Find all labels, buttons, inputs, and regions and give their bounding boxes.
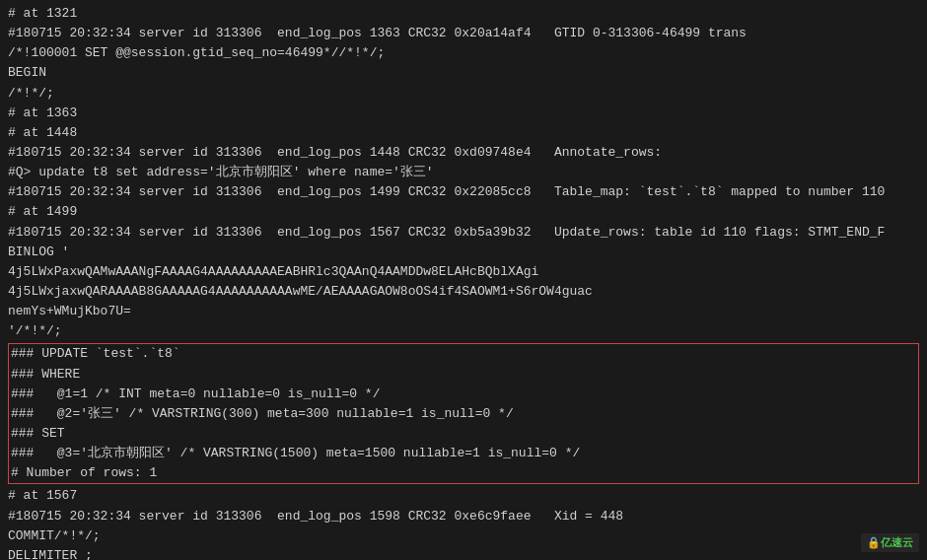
terminal-line: # at 1448 (8, 123, 919, 143)
terminal-line: nemYs+WMujKbo7U= (8, 302, 919, 321)
watermark-logo: 🔒亿速云 (867, 537, 913, 549)
highlight-line: # Number of rows: 1 (11, 463, 916, 483)
terminal-line: #180715 20:32:34 server id 313306 end_lo… (8, 24, 919, 43)
terminal-line: #Q> update t8 set address='北京市朝阳区' where… (8, 163, 919, 182)
terminal-line: # at 1567 (8, 486, 919, 506)
terminal-line: # at 1321 (8, 4, 919, 24)
terminal-window: # at 1321#180715 20:32:34 server id 3133… (0, 0, 927, 560)
highlight-block: ### UPDATE `test`.`t8`### WHERE### @1=1 … (8, 343, 919, 484)
terminal-line: # at 1499 (8, 202, 919, 222)
terminal-line: 4j5LWxPaxwQAMwAAANgFAAAAG4AAAAAAAAAEABHR… (8, 262, 919, 282)
highlight-line: ### SET (11, 424, 916, 444)
terminal-line: BINLOG ' (8, 243, 919, 262)
terminal-line: # at 1363 (8, 104, 919, 123)
highlight-line: ### @3='北京市朝阳区' /* VARSTRING(1500) meta=… (11, 444, 916, 463)
terminal-line: #180715 20:32:34 server id 313306 end_lo… (8, 182, 919, 202)
highlight-line: ### WHERE (11, 365, 916, 385)
highlight-line: ### UPDATE `test`.`t8` (11, 344, 916, 364)
highlight-line: ### @2='张三' /* VARSTRING(300) meta=300 n… (11, 404, 916, 424)
terminal-line: COMMIT/*!*/; (8, 526, 919, 546)
highlight-line: ### @1=1 /* INT meta=0 nullable=0 is_nul… (11, 385, 916, 404)
terminal-line: /*!100001 SET @@session.gtid_seq_no=4649… (8, 43, 919, 63)
terminal-line: 4j5LWxjaxwQARAAAAB8GAAAAAG4AAAAAAAAAAwME… (8, 282, 919, 302)
watermark: 🔒亿速云 (861, 533, 919, 552)
terminal-line: #180715 20:32:34 server id 313306 end_lo… (8, 507, 919, 526)
terminal-line: #180715 20:32:34 server id 313306 end_lo… (8, 143, 919, 163)
terminal-content: # at 1321#180715 20:32:34 server id 3133… (8, 4, 919, 560)
terminal-line: '/*!*/; (8, 321, 919, 341)
terminal-line: BEGIN (8, 63, 919, 83)
terminal-line: #180715 20:32:34 server id 313306 end_lo… (8, 223, 919, 243)
terminal-line: DELIMITER ; (8, 546, 919, 560)
terminal-line: /*!*/; (8, 84, 919, 104)
